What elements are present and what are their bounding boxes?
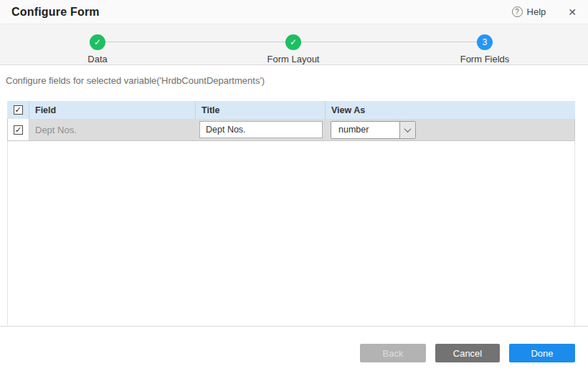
titlebar-actions: ? Help ✕ [512,6,577,18]
row-checkbox[interactable]: ✓ [14,125,23,135]
view-as-cell: number [326,119,574,140]
step-label: Form Fields [460,54,510,64]
step-number-badge: 3 [477,34,493,50]
help-icon: ? [512,6,523,17]
select-dropdown-button[interactable] [399,122,415,138]
help-label: Help [527,6,546,17]
column-header-view-as: View As [325,101,575,119]
column-header-title: Title [195,101,325,119]
close-icon[interactable]: ✕ [568,6,577,18]
select-all-cell: ✓ [7,101,29,119]
step-data[interactable]: ✓ Data [47,34,148,64]
back-button[interactable]: Back [360,344,426,362]
row-checkbox-cell: ✓ [8,119,29,140]
title-cell [196,119,326,140]
help-button[interactable]: ? Help [512,6,546,17]
chevron-down-icon [404,125,412,132]
step-label: Data [87,54,107,64]
done-button[interactable]: Done [509,344,575,362]
table-header-row: ✓ Field Title View As [7,101,575,119]
step-label: Form Layout [267,54,320,64]
view-as-selected-value: number [331,122,399,138]
page-title: Configure Form [11,6,100,19]
wizard-stepper: ✓ Data ✓ Form Layout 3 Form Fields [0,24,588,65]
step-form-layout[interactable]: ✓ Form Layout [243,34,343,64]
table-empty-area [7,141,575,325]
form-fields-table: ✓ Field Title View As ✓ Dept Nos. number [7,101,575,325]
view-as-select[interactable]: number [331,121,416,139]
cancel-button[interactable]: Cancel [435,344,500,362]
step-complete-check-icon: ✓ [285,34,301,50]
dialog-footer: Back Cancel Done [0,326,588,371]
configure-fields-description: Configure fields for selected variable('… [6,75,265,86]
select-all-checkbox[interactable]: ✓ [14,105,23,115]
field-name-cell: Dept Nos. [29,119,196,140]
dialog-titlebar: Configure Form ? Help ✕ [0,0,588,24]
step-complete-check-icon: ✓ [90,34,105,50]
column-header-field: Field [29,101,195,119]
title-input[interactable] [199,121,323,138]
table-row: ✓ Dept Nos. number [7,119,575,141]
step-form-fields[interactable]: 3 Form Fields [435,34,535,64]
configure-form-dialog: Configure Form ? Help ✕ ✓ Data ✓ Form La… [0,0,588,371]
